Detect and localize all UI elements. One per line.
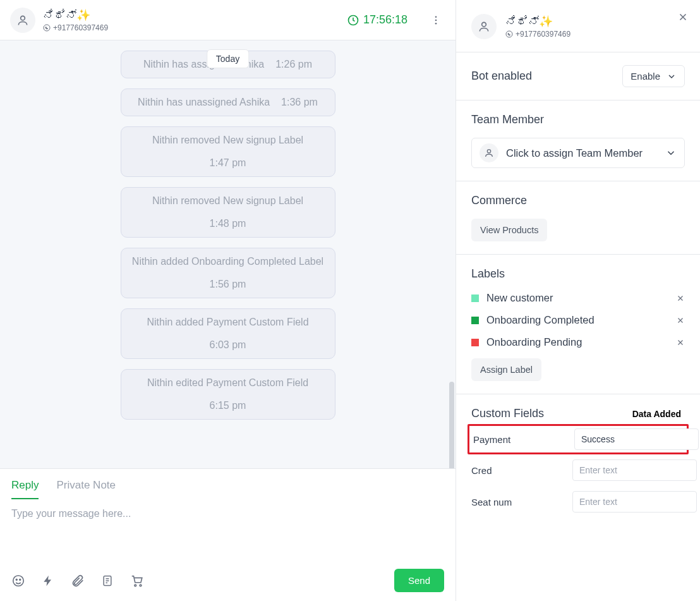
message-input[interactable] [0, 499, 456, 562]
close-icon [676, 338, 685, 347]
system-message-text: Nithin removed New signup Label [152, 195, 303, 207]
quick-reply-button[interactable] [42, 574, 54, 587]
custom-field-input[interactable] [574, 428, 699, 450]
remove-label-button[interactable] [676, 316, 685, 325]
custom-field-row: Payment [468, 424, 689, 454]
contact-info: ನಿಥಿನ್✨ +917760397469 [505, 15, 570, 39]
chevron-down-icon [665, 147, 677, 159]
contact-name: ನಿಥಿನ್✨ [505, 15, 570, 28]
remove-label-button[interactable] [676, 294, 685, 303]
system-message-time: 1:48 pm [210, 218, 246, 229]
label-color-swatch [471, 339, 479, 346]
svg-point-7 [16, 579, 17, 580]
more-button[interactable] [426, 11, 445, 30]
svg-point-11 [140, 584, 142, 586]
document-icon [101, 574, 114, 588]
chat-header: ನಿಥಿನ್✨ +917760397469 17:56:18 [0, 0, 456, 40]
system-message: Nithin edited Payment Custom Field6:15 p… [121, 369, 335, 420]
svg-point-1 [44, 25, 50, 31]
contact-info: ನಿಥಿನ್✨ +917760397469 [43, 8, 108, 32]
send-button[interactable]: Send [394, 569, 444, 592]
chevron-down-icon [667, 71, 677, 82]
system-message-time: 1:56 pm [210, 279, 246, 290]
tab-reply[interactable]: Reply [11, 479, 39, 499]
compose-tabs: Reply Private Note [0, 469, 456, 499]
system-message-time: 6:03 pm [210, 339, 246, 351]
emoji-button[interactable] [11, 574, 25, 588]
system-message-text: Nithin removed New signup Label [152, 135, 303, 146]
assign-label-button[interactable]: Assign Label [471, 358, 541, 381]
svg-point-8 [20, 579, 21, 580]
close-icon [676, 316, 685, 325]
section-commerce: Commerce View Products [456, 181, 700, 254]
system-message: Nithin removed New signup Label1:48 pm [121, 187, 335, 238]
svg-point-12 [482, 22, 486, 27]
avatar [471, 14, 497, 39]
contact-phone: +917760397469 [505, 30, 570, 39]
view-products-button[interactable]: View Products [471, 219, 547, 241]
system-message: Nithin removed New signup Label1:47 pm [121, 126, 335, 177]
sidebar-contact: ನಿಥಿನ್✨ +917760397469 [456, 0, 700, 52]
close-sidebar-button[interactable] [677, 11, 689, 23]
data-added-annotation: Data Added [632, 409, 681, 419]
chat-panel: ನಿಥಿನ್✨ +917760397469 17:56:18 Today Nit… [0, 0, 456, 601]
avatar [480, 143, 498, 162]
custom-field-label: Cred [471, 465, 566, 476]
sidebar[interactable]: ನಿಥಿನ್✨ +917760397469 Bot enabled Enable… [456, 0, 700, 601]
system-message-time: 1:36 pm [281, 97, 318, 108]
label-color-swatch [471, 317, 479, 324]
label-color-swatch [471, 294, 479, 302]
system-message-text: Nithin added Payment Custom Field [147, 317, 308, 328]
timer-value: 17:56:18 [363, 13, 407, 27]
system-message: Nithin added Onboarding Completed Label1… [121, 248, 335, 298]
attach-button[interactable] [71, 574, 85, 588]
scrollbar[interactable] [448, 40, 456, 468]
smile-icon [11, 574, 25, 588]
custom-field-label: Payment [473, 434, 568, 445]
contact-phone: +917760397469 [43, 23, 108, 32]
system-message: Nithin has unassigned Ashika1:36 pm [121, 88, 335, 116]
section-bot: Bot enabled Enable [456, 52, 700, 100]
label-text: Onboarding Completed [486, 314, 668, 326]
bot-select-value: Enable [631, 71, 660, 82]
person-icon [484, 148, 494, 158]
section-team: Team Member Click to assign Team Member [456, 100, 700, 181]
system-message-text: Nithin edited Payment Custom Field [147, 377, 308, 389]
system-message: Nithin added Payment Custom Field6:03 pm [121, 308, 335, 359]
contact-phone-text: +917760397469 [53, 23, 108, 32]
svg-point-4 [435, 19, 437, 21]
close-icon [677, 11, 689, 23]
section-custom-fields: Custom Fields Data Added PaymentCredSeat… [456, 394, 700, 530]
system-message-time: 6:15 pm [210, 400, 246, 411]
contact-phone-text: +917760397469 [516, 30, 570, 39]
section-labels: Labels New customerOnboarding CompletedO… [456, 254, 700, 394]
paperclip-icon [71, 574, 85, 588]
svg-point-14 [487, 150, 490, 153]
label-text: Onboarding Pending [486, 336, 668, 348]
custom-field-input[interactable] [572, 491, 697, 513]
label-text: New customer [486, 292, 668, 304]
system-message-text: Nithin added Onboarding Completed Label [132, 256, 323, 267]
custom-field-input[interactable] [572, 459, 697, 481]
svg-point-0 [21, 16, 25, 20]
cart-button[interactable] [130, 574, 144, 588]
custom-fields-heading: Custom Fields [471, 407, 544, 420]
avatar [10, 8, 35, 33]
system-message-text: Nithin has unassigned Ashika [138, 97, 270, 108]
assign-team-select[interactable]: Click to assign Team Member [471, 138, 685, 168]
tab-private-note[interactable]: Private Note [56, 479, 116, 499]
svg-point-6 [13, 575, 24, 586]
template-button[interactable] [101, 574, 114, 588]
person-icon [478, 20, 490, 33]
svg-point-5 [435, 22, 437, 24]
messages-area[interactable]: Today Nithin has assigned Ashika1:26 pmN… [0, 40, 456, 468]
scrollbar-thumb[interactable] [449, 382, 454, 468]
assign-team-text: Click to assign Team Member [506, 147, 643, 159]
bot-enabled-label: Bot enabled [471, 70, 532, 83]
compose-toolbar: Send [0, 562, 456, 601]
bot-enable-select[interactable]: Enable [622, 65, 685, 87]
compose-area: Reply Private Note Send [0, 468, 456, 601]
dots-vertical-icon [430, 15, 442, 26]
label-item: Onboarding Pending [471, 336, 685, 348]
remove-label-button[interactable] [676, 338, 685, 347]
